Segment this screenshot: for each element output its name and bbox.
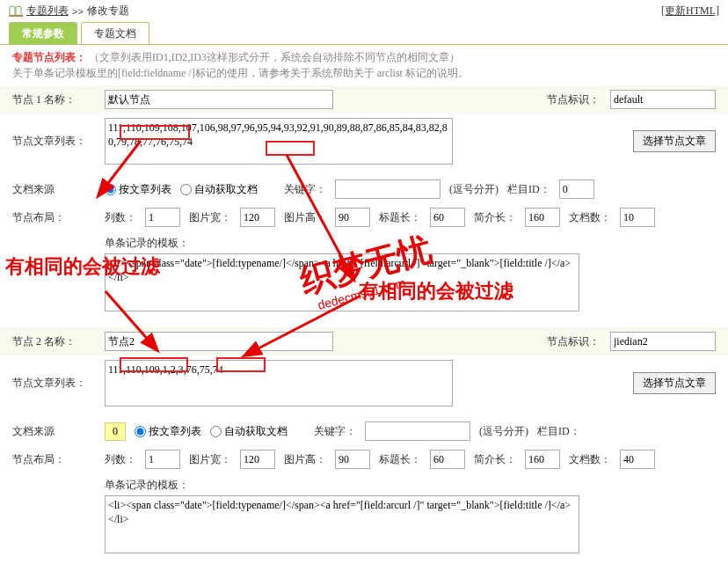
node2-tpl-textarea[interactable] [105, 495, 579, 553]
svg-line-2 [106, 291, 149, 341]
node1-layout-label: 节点布局： [12, 210, 105, 225]
node2-mark-input[interactable] [610, 332, 716, 351]
breadcrumb-topic-list[interactable]: 专题列表 [26, 4, 69, 18]
annotation-arrow-3-icon [251, 155, 366, 296]
update-html-link[interactable]: [更新HTML] [661, 4, 719, 18]
node2-imgw-input[interactable] [240, 450, 275, 469]
annotation-arrow-1-icon [97, 132, 149, 202]
node2-tpl-label: 单条记录的模板： [105, 479, 189, 491]
node2-docnum-input[interactable] [620, 450, 655, 469]
node1-radio-auto[interactable]: 自动获取文档 [180, 182, 258, 197]
node1-name-input[interactable] [105, 90, 333, 109]
node2-source-label: 文档来源 [12, 424, 105, 439]
node2-select-article-button[interactable]: 选择节点文章 [633, 372, 716, 394]
node1-introlen-input[interactable] [525, 208, 560, 227]
tip-line1: （文章列表用ID1,ID2,ID3这样形式分开，系统会自动排除不同节点的相同文章… [89, 51, 460, 63]
node1-comma-hint: (逗号分开) [449, 182, 499, 197]
node2-titlelen-input[interactable] [430, 450, 465, 469]
node2-keyword-input[interactable] [365, 421, 470, 441]
node2-introlen-input[interactable] [525, 450, 560, 469]
svg-line-3 [287, 155, 348, 269]
node2-name-label: 节点 2 名称： [12, 334, 105, 349]
node2-article-list-label: 节点文章列表： [12, 376, 105, 391]
node1-colid-label: 栏目ID： [507, 182, 550, 197]
tip-title: 专题节点列表： [12, 51, 86, 63]
node1-source-label: 文档来源 [12, 182, 105, 197]
node2-imgh-input[interactable] [335, 450, 370, 469]
node1-docnum-input[interactable] [620, 208, 655, 227]
node2-keyword-label: 关键字： [314, 424, 356, 439]
node1-mark-input[interactable] [610, 90, 716, 109]
tab-general-params[interactable]: 常规参数 [9, 22, 77, 44]
book-icon [9, 5, 23, 18]
node2-radio-auto[interactable]: 自动获取文档 [210, 424, 288, 439]
breadcrumb: 专题列表 >> 修改专题 [9, 4, 129, 18]
node2-cols-input[interactable] [145, 450, 180, 469]
node2-colid-label: 栏目ID： [537, 424, 580, 439]
breadcrumb-separator-icon: >> [72, 6, 84, 17]
node2-keyword-badge: 0 [105, 422, 126, 441]
node1-titlelen-input[interactable] [430, 208, 465, 227]
tip-line2: 关于单条记录模板里的[field:fieldname /]标记的使用，请参考关于… [12, 67, 469, 79]
node2-comma-hint: (逗号分开) [479, 424, 528, 439]
svg-line-1 [106, 141, 141, 187]
tab-topic-docs[interactable]: 专题文档 [81, 22, 149, 44]
node1-name-label: 节点 1 名称： [12, 92, 105, 107]
node2-mark-label: 节点标识： [547, 334, 600, 349]
annotation-arrow-2-icon [106, 287, 167, 357]
node1-colid-input[interactable] [559, 179, 594, 199]
annotation-arrow-4-icon [246, 296, 369, 366]
node2-layout-label: 节点布局： [12, 452, 105, 467]
node2-article-list-textarea[interactable] [105, 360, 453, 407]
node2-radio-by-list[interactable]: 按文章列表 [135, 424, 201, 439]
node1-article-list-label: 节点文章列表： [12, 134, 105, 149]
node1-mark-label: 节点标识： [547, 92, 600, 107]
node1-tpl-label: 单条记录的模板： [105, 237, 189, 249]
breadcrumb-edit-topic: 修改专题 [87, 4, 129, 18]
node1-select-article-button[interactable]: 选择节点文章 [633, 130, 716, 152]
svg-line-4 [255, 296, 360, 350]
node1-cols-input[interactable] [145, 208, 180, 227]
svg-rect-0 [9, 15, 23, 17]
